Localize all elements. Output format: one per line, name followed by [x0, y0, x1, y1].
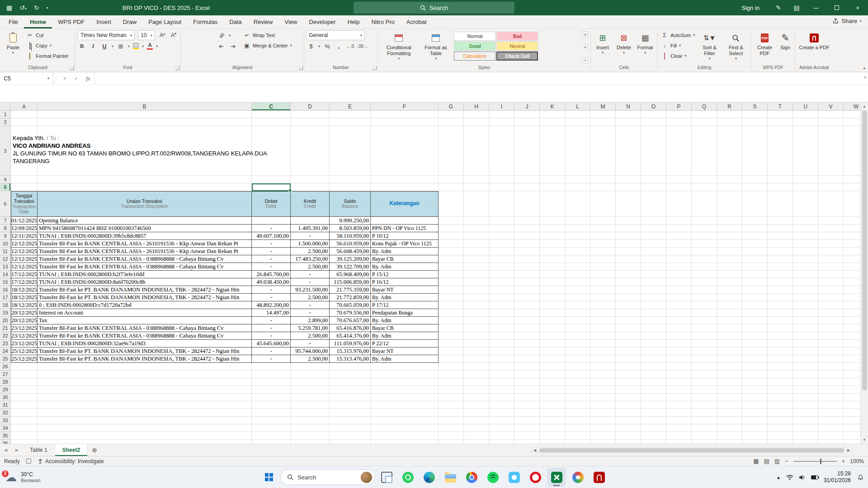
cell-F23[interactable]: P 22/12 [371, 340, 439, 347]
cell-I10[interactable] [489, 240, 514, 248]
cell-H21[interactable] [464, 324, 489, 332]
font-name-combo[interactable]: Times New Roman▾ [78, 30, 135, 40]
cell-K29[interactable] [540, 386, 565, 394]
cell-K23[interactable] [540, 340, 565, 347]
bold-button[interactable]: B [78, 42, 86, 50]
cell-T36[interactable] [768, 440, 793, 444]
cell-M10[interactable] [590, 240, 616, 248]
cell-T27[interactable] [768, 371, 793, 378]
cell-Q35[interactable] [692, 432, 717, 440]
volume-icon[interactable] [799, 474, 806, 480]
cell-C17[interactable]: - [252, 294, 291, 301]
cell-D12[interactable]: 17.483.250,00 [291, 255, 330, 263]
cell-Q9[interactable] [692, 232, 717, 240]
cell-J30[interactable] [514, 394, 540, 401]
restore-button[interactable] [826, 0, 847, 15]
cell-P28[interactable] [666, 378, 692, 386]
cell-E18[interactable]: 70.665.059,00 [330, 301, 371, 309]
cell-B19[interactable]: Interest on Account [38, 309, 252, 317]
cell-T22[interactable] [768, 332, 793, 340]
cell-I28[interactable] [489, 378, 514, 386]
cell-E11[interactable]: 56.608.459,00 [330, 248, 371, 255]
cell-T32[interactable] [768, 409, 793, 417]
cell-A5[interactable] [11, 183, 38, 191]
cell-P31[interactable] [666, 401, 692, 409]
cell-U33[interactable] [793, 417, 818, 424]
cell-B6[interactable]: Uraian TransaksiTransaction Description [38, 191, 252, 217]
cell-D11[interactable]: 2.500,00 [291, 248, 330, 255]
cell-U8[interactable] [793, 225, 818, 232]
cell-G36[interactable] [439, 440, 464, 444]
cell-O18[interactable] [641, 301, 666, 309]
increase-font-icon[interactable]: A▴ [158, 32, 166, 38]
alignment-dialog-launcher[interactable]: ⌐ [299, 66, 303, 70]
cell-G19[interactable] [439, 309, 464, 317]
column-header-H[interactable]: H [464, 103, 489, 111]
cell-B21[interactable]: Transfer BI-Fast ke BANK CENTRAL ASIA - … [38, 324, 252, 332]
cell-D16[interactable]: 93.231.500,00 [291, 286, 330, 294]
cell-T26[interactable] [768, 363, 793, 371]
cell-M24[interactable] [590, 347, 616, 355]
scroll-down-icon[interactable]: ▼ [861, 436, 868, 444]
cell-W32[interactable] [844, 409, 860, 417]
cell-J35[interactable] [514, 432, 540, 440]
cell-V13[interactable] [818, 263, 844, 271]
cell-P1[interactable] [666, 111, 692, 118]
row-header-20[interactable]: 20 [0, 317, 11, 324]
cell-H12[interactable] [464, 255, 489, 263]
cell-P27[interactable] [666, 371, 692, 378]
cell-S35[interactable] [742, 432, 768, 440]
ribbon-tab-wps-pdf[interactable]: WPS PDF [52, 15, 90, 28]
cell-O2[interactable] [641, 118, 666, 126]
cell-W25[interactable] [844, 355, 860, 363]
cell-F20[interactable]: By. Adm [371, 317, 439, 324]
cell-C9[interactable]: 49.607.100,00 [252, 232, 291, 240]
cell-I20[interactable] [489, 317, 514, 324]
cell-U30[interactable] [793, 394, 818, 401]
cell-W29[interactable] [844, 386, 860, 394]
cell-H13[interactable] [464, 263, 489, 271]
title-search-box[interactable]: Search [354, 2, 514, 14]
cell-H34[interactable] [464, 424, 489, 432]
cell-M29[interactable] [590, 386, 616, 394]
cell-F13[interactable]: By. Adm [371, 263, 439, 271]
cell-U4[interactable] [793, 176, 818, 183]
zoom-out-icon[interactable]: − [785, 458, 788, 465]
weather-widget[interactable]: ☁2 30°C Berawan [0, 466, 46, 488]
cell-F21[interactable]: Bayar CB [371, 324, 439, 332]
cell-L5[interactable] [565, 183, 590, 191]
undo-icon[interactable]: ↺▾ [19, 4, 27, 11]
cell-A28[interactable] [11, 378, 38, 386]
cell-O10[interactable] [641, 240, 666, 248]
cell-E3[interactable] [330, 126, 371, 176]
cell-C8[interactable]: - [252, 225, 291, 232]
cell-P6[interactable] [666, 191, 692, 217]
row-header-11[interactable]: 11 [0, 248, 11, 255]
row-header-31[interactable]: 31 [0, 401, 11, 409]
cell-D24[interactable]: 95.744.000,00 [291, 347, 330, 355]
horizontal-scroll-thumb[interactable] [539, 448, 844, 452]
cell-S29[interactable] [742, 386, 768, 394]
cell-J11[interactable] [514, 248, 540, 255]
cell-F8[interactable]: PPN DN - OP Vico 1125 [371, 225, 439, 232]
cell-P10[interactable] [666, 240, 692, 248]
cell-C10[interactable]: - [252, 240, 291, 248]
column-header-O[interactable]: O [641, 103, 666, 111]
vertical-scroll-thumb[interactable] [862, 110, 867, 390]
cell-N35[interactable] [616, 432, 641, 440]
cell-Q36[interactable] [692, 440, 717, 444]
cell-P16[interactable] [666, 286, 692, 294]
row-header-26[interactable]: 26 [0, 363, 11, 371]
cell-J25[interactable] [514, 355, 540, 363]
cell-R21[interactable] [717, 324, 742, 332]
cell-G31[interactable] [439, 401, 464, 409]
cell-K14[interactable] [540, 271, 565, 278]
cell-B16[interactable]: Transfer BI-Fast ke PT. BANK DANAMON IND… [38, 286, 252, 294]
select-all-button[interactable] [0, 103, 11, 111]
cell-S27[interactable] [742, 371, 768, 378]
cell-N26[interactable] [616, 363, 641, 371]
cell-Q1[interactable] [692, 111, 717, 118]
cell-E34[interactable] [330, 424, 371, 432]
row-header-5[interactable]: 5 [0, 183, 11, 191]
format-as-table-button[interactable]: Format as Table▾ [420, 30, 453, 64]
